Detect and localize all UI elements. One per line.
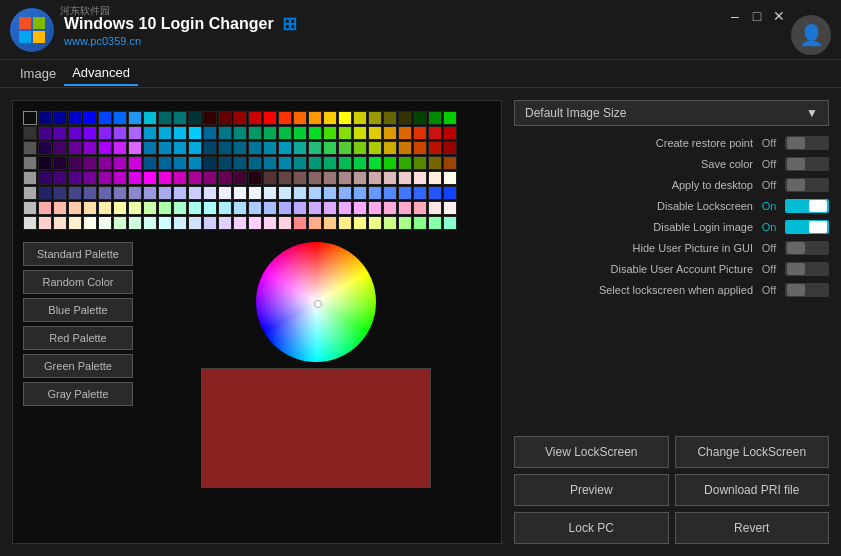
color-cell[interactable] bbox=[158, 186, 172, 200]
color-cell[interactable] bbox=[293, 201, 307, 215]
color-cell[interactable] bbox=[83, 111, 97, 125]
color-cell[interactable] bbox=[293, 156, 307, 170]
color-cell[interactable] bbox=[38, 216, 52, 230]
color-cell[interactable] bbox=[443, 216, 457, 230]
color-cell[interactable] bbox=[143, 156, 157, 170]
color-cell[interactable] bbox=[83, 201, 97, 215]
color-cell[interactable] bbox=[158, 126, 172, 140]
color-cell[interactable] bbox=[293, 216, 307, 230]
color-cell[interactable] bbox=[398, 216, 412, 230]
color-cell[interactable] bbox=[173, 141, 187, 155]
color-cell[interactable] bbox=[398, 156, 412, 170]
color-cell[interactable] bbox=[113, 141, 127, 155]
standard-palette-button[interactable]: Standard Palette bbox=[23, 242, 133, 266]
color-cell[interactable] bbox=[83, 171, 97, 185]
color-cell[interactable] bbox=[188, 156, 202, 170]
color-cell[interactable] bbox=[53, 201, 67, 215]
color-cell[interactable] bbox=[428, 171, 442, 185]
download-pri-button[interactable]: Download PRI file bbox=[675, 474, 830, 506]
color-cell[interactable] bbox=[113, 111, 127, 125]
color-cell[interactable] bbox=[233, 111, 247, 125]
color-cell[interactable] bbox=[443, 201, 457, 215]
color-cell[interactable] bbox=[413, 141, 427, 155]
color-cell[interactable] bbox=[38, 156, 52, 170]
color-cell[interactable] bbox=[323, 186, 337, 200]
color-cell[interactable] bbox=[68, 216, 82, 230]
color-cell[interactable] bbox=[338, 111, 352, 125]
color-cell[interactable] bbox=[188, 126, 202, 140]
color-cell[interactable] bbox=[353, 216, 367, 230]
color-cell[interactable] bbox=[428, 141, 442, 155]
color-cell[interactable] bbox=[98, 156, 112, 170]
color-cell[interactable] bbox=[308, 126, 322, 140]
color-cell[interactable] bbox=[218, 186, 232, 200]
color-cell[interactable] bbox=[368, 111, 382, 125]
color-cell[interactable] bbox=[98, 186, 112, 200]
color-cell[interactable] bbox=[383, 111, 397, 125]
color-cell[interactable] bbox=[368, 171, 382, 185]
color-cell[interactable] bbox=[308, 111, 322, 125]
color-cell[interactable] bbox=[443, 156, 457, 170]
color-cell[interactable] bbox=[203, 186, 217, 200]
color-cell[interactable] bbox=[23, 141, 37, 155]
color-cell[interactable] bbox=[23, 186, 37, 200]
color-cell[interactable] bbox=[368, 156, 382, 170]
color-cell[interactable] bbox=[263, 216, 277, 230]
color-cell[interactable] bbox=[203, 126, 217, 140]
color-cell[interactable] bbox=[203, 201, 217, 215]
color-cell[interactable] bbox=[293, 141, 307, 155]
color-cell[interactable] bbox=[218, 156, 232, 170]
color-cell[interactable] bbox=[368, 216, 382, 230]
color-cell[interactable] bbox=[443, 126, 457, 140]
color-cell[interactable] bbox=[143, 126, 157, 140]
blue-palette-button[interactable]: Blue Palette bbox=[23, 298, 133, 322]
color-cell[interactable] bbox=[23, 201, 37, 215]
revert-button[interactable]: Revert bbox=[675, 512, 830, 544]
color-cell[interactable] bbox=[248, 186, 262, 200]
color-cell[interactable] bbox=[53, 156, 67, 170]
color-cell[interactable] bbox=[83, 126, 97, 140]
color-cell[interactable] bbox=[188, 186, 202, 200]
color-cell[interactable] bbox=[113, 201, 127, 215]
color-cell[interactable] bbox=[233, 171, 247, 185]
color-cell[interactable] bbox=[308, 156, 322, 170]
color-cell[interactable] bbox=[173, 216, 187, 230]
color-cell[interactable] bbox=[263, 126, 277, 140]
color-cell[interactable] bbox=[233, 186, 247, 200]
color-cell[interactable] bbox=[83, 156, 97, 170]
view-lockscreen-button[interactable]: View LockScreen bbox=[514, 436, 669, 468]
color-cell[interactable] bbox=[188, 141, 202, 155]
color-cell[interactable] bbox=[158, 216, 172, 230]
color-cell[interactable] bbox=[368, 141, 382, 155]
image-size-dropdown[interactable]: Default Image Size ▼ bbox=[514, 100, 829, 126]
color-cell[interactable] bbox=[383, 141, 397, 155]
color-cell[interactable] bbox=[38, 201, 52, 215]
color-cell[interactable] bbox=[248, 216, 262, 230]
color-cell[interactable] bbox=[218, 111, 232, 125]
color-cell[interactable] bbox=[278, 216, 292, 230]
color-cell[interactable] bbox=[278, 186, 292, 200]
color-cell[interactable] bbox=[218, 171, 232, 185]
color-cell[interactable] bbox=[428, 156, 442, 170]
color-cell[interactable] bbox=[398, 186, 412, 200]
color-cell[interactable] bbox=[113, 216, 127, 230]
color-cell[interactable] bbox=[323, 141, 337, 155]
color-cell[interactable] bbox=[248, 126, 262, 140]
color-cell[interactable] bbox=[263, 111, 277, 125]
color-cell[interactable] bbox=[53, 141, 67, 155]
color-cell[interactable] bbox=[128, 186, 142, 200]
color-cell[interactable] bbox=[53, 126, 67, 140]
color-cell[interactable] bbox=[248, 111, 262, 125]
color-cell[interactable] bbox=[398, 201, 412, 215]
color-cell[interactable] bbox=[398, 141, 412, 155]
color-cell[interactable] bbox=[428, 201, 442, 215]
green-palette-button[interactable]: Green Palette bbox=[23, 354, 133, 378]
color-cell[interactable] bbox=[293, 171, 307, 185]
color-cell[interactable] bbox=[428, 111, 442, 125]
color-cell[interactable] bbox=[98, 171, 112, 185]
color-cell[interactable] bbox=[188, 216, 202, 230]
close-button[interactable]: ✕ bbox=[769, 6, 789, 26]
color-cell[interactable] bbox=[173, 171, 187, 185]
color-cell[interactable] bbox=[173, 201, 187, 215]
lock-pc-button[interactable]: Lock PC bbox=[514, 512, 669, 544]
